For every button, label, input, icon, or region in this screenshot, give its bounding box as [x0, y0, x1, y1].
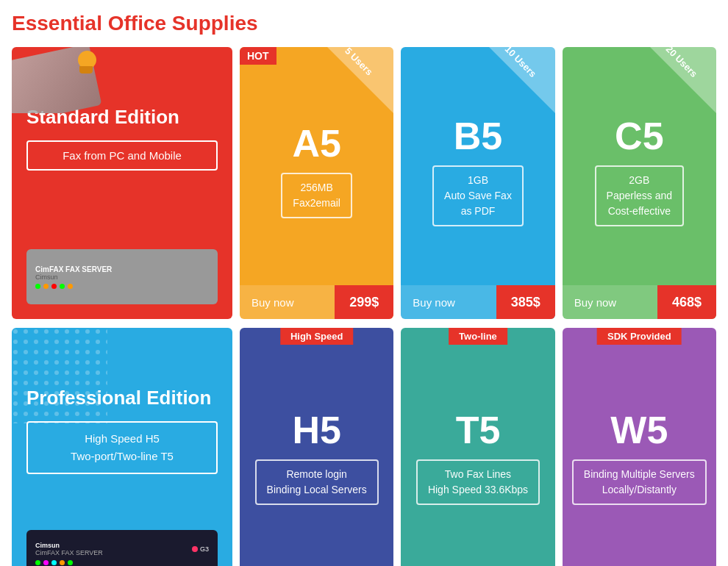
c5-footer: Buy now 468$ — [563, 285, 716, 319]
b5-card: 10 Users B5 1GB Auto Save Fax as PDF Buy… — [401, 47, 554, 319]
standard-edition-card: Standard Edition Fax from PC and Mobile … — [12, 47, 232, 319]
h5-card: High Speed H5 Remote login Binding Local… — [240, 328, 393, 566]
a5-price: 299$ — [335, 285, 393, 319]
w5-card: SDK Provided W5 Binding Multiple Servers… — [563, 328, 716, 566]
c5-model: C5 — [615, 114, 663, 158]
professional-feature-box: High Speed H5 Two-port/Two-line T5 — [26, 421, 218, 474]
product-row-1: Standard Edition Fax from PC and Mobile … — [12, 47, 716, 319]
standard-feature-box: Fax from PC and Mobile — [26, 140, 218, 171]
svg-rect-1 — [12, 328, 107, 423]
h5-body: H5 Remote login Binding Local Servers — [240, 328, 393, 566]
professional-feature-line1: High Speed H5 — [85, 432, 160, 445]
dot-pattern-deco — [12, 328, 107, 423]
t5-body: T5 Two Fax Lines High Speed 33.6Kbps — [401, 328, 554, 566]
c5-buy-button[interactable]: Buy now — [563, 296, 629, 309]
standard-brand: Cimsun — [35, 273, 112, 281]
b5-buy-button[interactable]: Buy now — [401, 296, 467, 309]
a5-card: HOT 5 Users A5 256MB Fax2email Buy now 2… — [240, 47, 393, 319]
b5-price: 385$ — [496, 285, 555, 319]
pro-model-text: CimFAX FAX SERVER — [35, 549, 103, 556]
pro-brand: Cimsun — [35, 542, 103, 549]
professional-feature-line2: Two-port/Two-line T5 — [71, 450, 174, 462]
b5-feature: 1GB Auto Save Fax as PDF — [432, 165, 524, 226]
t5-model: T5 — [456, 408, 501, 452]
w5-feature: Binding Multiple Servers Locally/Distant… — [572, 459, 707, 505]
a5-buy-button[interactable]: Buy now — [240, 296, 306, 309]
hot-badge: HOT — [240, 47, 276, 65]
professional-device: Cimsun CimFAX FAX SERVER G3 POWER LAN — [26, 530, 218, 566]
w5-status-badge: SDK Provided — [597, 328, 682, 345]
b5-footer: Buy now 385$ — [401, 285, 554, 319]
a5-model: A5 — [292, 121, 340, 165]
professional-edition-card: Professional Edition High Speed H5 Two-p… — [12, 328, 232, 566]
standard-device: CimFAX FAX SERVER Cimsun — [26, 249, 218, 304]
a5-body: A5 256MB Fax2email — [240, 47, 393, 285]
t5-feature: Two Fax Lines High Speed 33.6Kbps — [416, 459, 540, 505]
t5-status-badge: Two-line — [449, 328, 507, 345]
b5-body: B5 1GB Auto Save Fax as PDF — [401, 47, 554, 285]
c5-body: C5 2GB Paperless and Cost-effective — [563, 47, 716, 285]
page-title: Essential Office Supplies — [12, 12, 716, 35]
h5-model: H5 — [292, 408, 340, 452]
b5-model: B5 — [454, 114, 502, 158]
h5-status-badge: High Speed — [280, 328, 354, 345]
h5-feature: Remote login Binding Local Servers — [255, 459, 379, 505]
c5-feature: 2GB Paperless and Cost-effective — [595, 165, 685, 226]
c5-card: 20 Users C5 2GB Paperless and Cost-effec… — [563, 47, 716, 319]
c5-price: 468$ — [657, 285, 716, 319]
w5-body: W5 Binding Multiple Servers Locally/Dist… — [563, 328, 716, 566]
a5-feature: 256MB Fax2email — [281, 173, 352, 218]
w5-model: W5 — [610, 408, 668, 452]
a5-footer: Buy now 299$ — [240, 285, 393, 319]
t5-card: Two-line T5 Two Fax Lines High Speed 33.… — [401, 328, 554, 566]
product-row-2: Professional Edition High Speed H5 Two-p… — [12, 328, 716, 566]
